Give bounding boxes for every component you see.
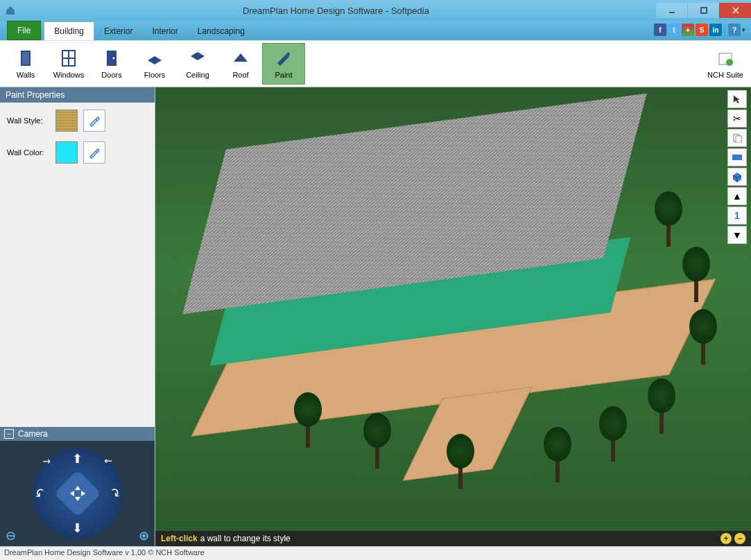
tab-landscaping[interactable]: Landscaping bbox=[188, 22, 254, 40]
suite-icon bbox=[716, 49, 735, 68]
right-toolbar: ✂ ▲ 1 ▼ bbox=[727, 90, 748, 244]
divider bbox=[725, 24, 725, 36]
eyedropper-icon bbox=[88, 146, 101, 159]
tree bbox=[689, 309, 717, 365]
main-area: Paint Properties Wall Style: Wall Color:… bbox=[0, 87, 751, 546]
walls-icon bbox=[16, 49, 35, 68]
hint-zoom-out[interactable]: − bbox=[734, 533, 745, 544]
tool-level-indicator[interactable]: 1 bbox=[727, 207, 747, 225]
tab-exterior[interactable]: Exterior bbox=[94, 22, 142, 40]
floors-icon bbox=[145, 49, 164, 68]
camera-body: ⬆ ⬇ ↶ ↷ ↘ ↙ ⊖ ⊕ bbox=[0, 441, 155, 546]
stumbleupon-icon[interactable]: S bbox=[696, 24, 708, 36]
minimize-button[interactable] bbox=[655, 3, 687, 18]
svg-rect-9 bbox=[107, 51, 116, 66]
wall-style-swatch[interactable] bbox=[55, 110, 78, 132]
tab-file[interactable]: File bbox=[7, 21, 41, 40]
camera-tilt-up-right[interactable]: ↙ bbox=[102, 454, 116, 468]
hint-bar: Left-click a wall to change its style + … bbox=[155, 531, 751, 546]
tool-copy[interactable] bbox=[727, 129, 747, 147]
properties-body: Wall Style: Wall Color: bbox=[0, 103, 155, 427]
status-bar: DreamPlan Home Design Software v 1.00 © … bbox=[0, 546, 751, 560]
wall-style-label: Wall Style: bbox=[7, 116, 50, 125]
ribbon-floors[interactable]: Floors bbox=[133, 43, 176, 85]
tool-level-up[interactable]: ▲ bbox=[727, 187, 747, 205]
tree bbox=[599, 406, 627, 462]
camera-zoom-in[interactable]: ⊕ bbox=[139, 528, 149, 543]
ribbon-roof[interactable]: Roof bbox=[219, 43, 262, 85]
camera-zoom-out[interactable]: ⊖ bbox=[6, 528, 16, 543]
camera-move-up[interactable]: ⬆ bbox=[72, 451, 83, 466]
window-controls bbox=[655, 3, 751, 18]
tree bbox=[447, 434, 474, 489]
wall-color-swatch[interactable] bbox=[55, 141, 78, 164]
tree bbox=[294, 392, 322, 448]
svg-point-12 bbox=[726, 59, 733, 66]
camera-rotate-left[interactable]: ↶ bbox=[31, 484, 49, 502]
google-plus-icon[interactable]: + bbox=[682, 24, 694, 36]
window-title: DreamPlan Home Design Software - Softped… bbox=[17, 6, 655, 16]
svg-rect-14 bbox=[736, 136, 741, 143]
tree bbox=[544, 427, 571, 482]
ceiling-icon bbox=[188, 49, 207, 68]
social-bar: f t + S in ? ▾ bbox=[654, 24, 745, 36]
tool-pointer[interactable] bbox=[727, 90, 747, 108]
viewport-3d[interactable]: ✂ ▲ 1 ▼ Left-click a wall to change its … bbox=[155, 87, 751, 546]
tool-level-down[interactable]: ▼ bbox=[727, 226, 747, 244]
camera-title: Camera bbox=[18, 429, 48, 439]
close-button[interactable] bbox=[719, 3, 751, 18]
tool-view-2d[interactable] bbox=[727, 148, 747, 166]
tree bbox=[363, 413, 391, 469]
camera-pan-center[interactable] bbox=[54, 470, 101, 517]
svg-rect-5 bbox=[22, 52, 29, 64]
left-panel: Paint Properties Wall Style: Wall Color:… bbox=[0, 87, 155, 546]
paint-icon bbox=[274, 49, 293, 68]
svg-rect-1 bbox=[701, 8, 707, 13]
windows-icon bbox=[59, 49, 78, 68]
tree bbox=[655, 191, 682, 247]
camera-move-down[interactable]: ⬇ bbox=[72, 520, 83, 536]
linkedin-icon[interactable]: in bbox=[709, 24, 722, 36]
hint-highlight: Left-click bbox=[161, 534, 198, 543]
camera-dpad: ⬆ ⬇ ↶ ↷ ↘ ↙ bbox=[33, 448, 123, 539]
camera-rotate-right[interactable]: ↷ bbox=[105, 484, 123, 502]
help-dropdown-icon[interactable]: ▾ bbox=[742, 26, 745, 33]
home-icon[interactable] bbox=[4, 4, 17, 17]
hint-text: a wall to change its style bbox=[200, 534, 291, 543]
wall-style-row: Wall Style: bbox=[7, 110, 148, 132]
wall-color-label: Wall Color: bbox=[7, 148, 50, 157]
camera-collapse-button[interactable]: − bbox=[4, 429, 14, 439]
wall-color-eyedropper[interactable] bbox=[83, 141, 105, 164]
svg-rect-15 bbox=[732, 155, 742, 160]
properties-header: Paint Properties bbox=[0, 87, 155, 103]
ribbon-doors[interactable]: Doors bbox=[90, 43, 133, 85]
title-bar: DreamPlan Home Design Software - Softped… bbox=[0, 0, 751, 21]
tool-scissors[interactable]: ✂ bbox=[727, 110, 747, 128]
tab-building[interactable]: Building bbox=[44, 21, 94, 40]
svg-point-10 bbox=[113, 58, 115, 60]
ribbon-ceiling[interactable]: Ceiling bbox=[176, 43, 219, 85]
wall-color-row: Wall Color: bbox=[7, 141, 148, 164]
hint-zoom-controls: + − bbox=[720, 533, 745, 544]
camera-tilt-up-left[interactable]: ↘ bbox=[40, 454, 53, 468]
help-icon[interactable]: ? bbox=[728, 24, 741, 36]
doors-icon bbox=[102, 49, 121, 68]
twitter-icon[interactable]: t bbox=[668, 24, 680, 36]
ribbon-paint[interactable]: Paint bbox=[262, 43, 305, 85]
camera-panel: − Camera ⬆ ⬇ ↶ ↷ ↘ ↙ ⊖ ⊕ bbox=[0, 427, 155, 546]
tab-strip: File Building Exterior Interior Landscap… bbox=[0, 21, 751, 40]
tool-view-3d[interactable] bbox=[727, 168, 747, 186]
facebook-icon[interactable]: f bbox=[654, 24, 666, 36]
ribbon-nch-suite[interactable]: NCH Suite bbox=[704, 43, 747, 85]
ribbon: Walls Windows Doors Floors Ceiling Roof … bbox=[0, 40, 751, 87]
camera-header: − Camera bbox=[0, 427, 155, 441]
ribbon-walls[interactable]: Walls bbox=[4, 43, 47, 85]
tab-interior[interactable]: Interior bbox=[142, 22, 187, 40]
maximize-button[interactable] bbox=[687, 3, 719, 18]
ribbon-windows[interactable]: Windows bbox=[47, 43, 90, 85]
tree bbox=[648, 378, 675, 434]
eyedropper-icon bbox=[88, 114, 101, 127]
roof-icon bbox=[231, 49, 250, 68]
hint-zoom-in[interactable]: + bbox=[720, 533, 732, 544]
wall-style-eyedropper[interactable] bbox=[83, 110, 105, 132]
